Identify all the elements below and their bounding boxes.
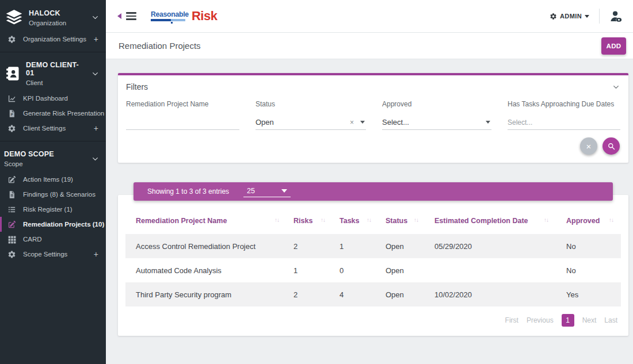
project-name-link[interactable]: Third Party Security program [125, 282, 287, 306]
sidebar-item-action-items[interactable]: Action Items (19) [0, 172, 106, 187]
sidebar-item-organization-settings[interactable]: Organization Settings + [0, 32, 106, 47]
column-header-status[interactable]: ↑↓Status [379, 209, 426, 234]
clear-x-icon[interactable]: × [350, 118, 360, 127]
page-size-select[interactable]: 25 [243, 186, 291, 197]
risks-cell: 2 [287, 234, 333, 258]
pagination-first[interactable]: First [505, 316, 518, 324]
column-header-risks[interactable]: ↑↓Risks [287, 209, 333, 234]
plus-icon[interactable]: + [94, 250, 106, 258]
pagination-next[interactable]: Next [582, 316, 597, 324]
status-cell: Open [379, 282, 426, 306]
approved-cell: Yes [556, 282, 621, 306]
results-panel: Showing 1 to 3 of 3 entries 25 ↑↓Remedia… [118, 195, 628, 336]
showing-bar: Showing 1 to 3 of 3 entries 25 [134, 182, 613, 201]
status-cell: Open [379, 234, 426, 258]
table-row: Access Control Remediation Project 2 1 O… [125, 234, 621, 258]
chevron-down-icon [91, 155, 99, 163]
search-button[interactable] [603, 137, 620, 155]
has-tasks-select[interactable]: Select... [508, 115, 620, 130]
tasks-cell: 1 [333, 234, 379, 258]
sidebar-collapse-icon[interactable] [117, 13, 121, 19]
sidebar-item-card[interactable]: CARD [0, 232, 106, 247]
sidebar-item-scope-settings[interactable]: Scope Settings + [0, 247, 106, 262]
sidebar-scope-header[interactable]: DEMO SCOPE Scope [0, 147, 106, 172]
approved-cell: No [556, 258, 621, 282]
sidebar-item-remediation-projects[interactable]: Remediation Projects (10) [0, 217, 106, 232]
user-view-icon[interactable] [609, 10, 623, 23]
sidebar-item-findings-scenarios[interactable]: Findings (8) & Scenarios [0, 187, 106, 202]
gear-icon [7, 250, 16, 259]
column-header-estimated-completion-date[interactable]: ↑↓Estimated Completion Date [426, 209, 556, 234]
pagination-previous[interactable]: Previous [527, 316, 554, 324]
sidebar-item-client-settings[interactable]: Client Settings + [0, 121, 106, 136]
file-presentation-icon [7, 109, 16, 118]
hamburger-icon[interactable] [126, 12, 136, 20]
approved-select[interactable]: Select... [382, 115, 491, 130]
pagination-current-page[interactable]: 1 [562, 314, 574, 327]
project-name-link[interactable]: Access Control Remediation Project [125, 234, 287, 258]
gear-icon [7, 124, 16, 133]
tasks-cell: 4 [333, 282, 379, 306]
project-name-link[interactable]: Automated Code Analysis [125, 258, 287, 282]
status-select[interactable]: Open × [256, 115, 366, 130]
estimated-completion-date-cell [426, 258, 556, 282]
status-value: Open [256, 118, 274, 127]
sort-arrows-icon[interactable]: ↑↓ [321, 217, 325, 223]
add-button[interactable]: ADD [601, 37, 626, 55]
sort-arrows-icon[interactable]: ↑↓ [609, 217, 613, 223]
sidebar-item-generate-risk-presentation[interactable]: Generate Risk Presentation [0, 106, 106, 121]
filter-label: Approved [382, 100, 491, 108]
sidebar-org-header[interactable]: HALOCK Organization [0, 5, 106, 32]
sidebar-item-risk-register[interactable]: Risk Register (1) [0, 202, 106, 217]
logo-underline-bar [151, 19, 185, 22]
chart-line-icon [7, 94, 16, 103]
sidebar-item-label: Client Settings [23, 125, 66, 132]
filter-label: Remediation Project Name [126, 100, 239, 108]
filter-label: Has Tasks Approaching Due Dates [508, 100, 620, 108]
reasonable-risk-logo[interactable]: Reasonable Risk [151, 9, 217, 24]
approved-value: Select... [382, 118, 409, 127]
column-header-name[interactable]: ↑↓Remediation Project Name [125, 209, 287, 234]
sort-arrows-icon[interactable]: ↑↓ [544, 217, 548, 223]
sidebar-client-header[interactable]: DEMO CLIENT-01 Client [0, 58, 106, 91]
main-area: Reasonable Risk ADMIN Remediation Projec… [106, 0, 633, 364]
chevron-down-icon[interactable] [360, 121, 365, 124]
filters-panel: Filters Remediation Project Name Status … [118, 73, 628, 163]
org-title: HALOCK [29, 9, 66, 17]
scope-title: DEMO SCOPE [4, 150, 54, 158]
topbar: Reasonable Risk ADMIN [106, 0, 633, 33]
sort-arrows-icon[interactable]: ↑↓ [414, 217, 418, 223]
plus-icon[interactable]: + [94, 124, 106, 132]
sidebar-item-label: Findings (8) & Scenarios [23, 191, 96, 198]
page-size-value: 25 [247, 187, 255, 195]
table-header-row: ↑↓Remediation Project Name ↑↓Risks ↑↓Tas… [125, 209, 621, 234]
chevron-down-icon[interactable] [612, 83, 620, 91]
sort-arrows-icon[interactable]: ↑↓ [274, 217, 279, 223]
estimated-completion-date-cell: 10/02/2020 [426, 282, 556, 306]
sidebar-item-kpi-dashboard[interactable]: KPI Dashboard [0, 91, 106, 106]
sidebar-item-label: Scope Settings [23, 251, 67, 258]
column-header-approved[interactable]: ↑↓Approved [556, 209, 621, 234]
remediation-project-name-input[interactable] [126, 118, 239, 127]
column-header-tasks[interactable]: ↑↓Tasks [333, 209, 379, 234]
edit-icon [7, 220, 16, 229]
chevron-down-icon[interactable] [486, 121, 490, 124]
sidebar-item-label: Generate Risk Presentation [23, 110, 104, 117]
gear-icon [550, 13, 557, 20]
chevron-down-icon [281, 189, 287, 193]
sidebar-divider [0, 52, 106, 52]
admin-label: ADMIN [560, 13, 582, 20]
filter-has-tasks-approaching-due-dates: Has Tasks Approaching Due Dates Select..… [508, 100, 620, 130]
admin-menu[interactable]: ADMIN [550, 13, 589, 20]
layers-icon [5, 8, 24, 27]
file-icon [7, 190, 16, 199]
scope-subtitle: Scope [4, 160, 54, 167]
pagination: First Previous 1 Next Last [125, 306, 621, 331]
showing-entries-text: Showing 1 to 3 of 3 entries [147, 187, 229, 196]
plus-icon[interactable]: + [94, 35, 106, 43]
sort-arrows-icon[interactable]: ↑↓ [367, 217, 371, 223]
client-title: DEMO CLIENT-01 [26, 61, 86, 77]
clear-filters-button[interactable]: × [580, 137, 597, 155]
pagination-last[interactable]: Last [604, 316, 617, 324]
page-title: Remediation Projects [119, 41, 201, 51]
